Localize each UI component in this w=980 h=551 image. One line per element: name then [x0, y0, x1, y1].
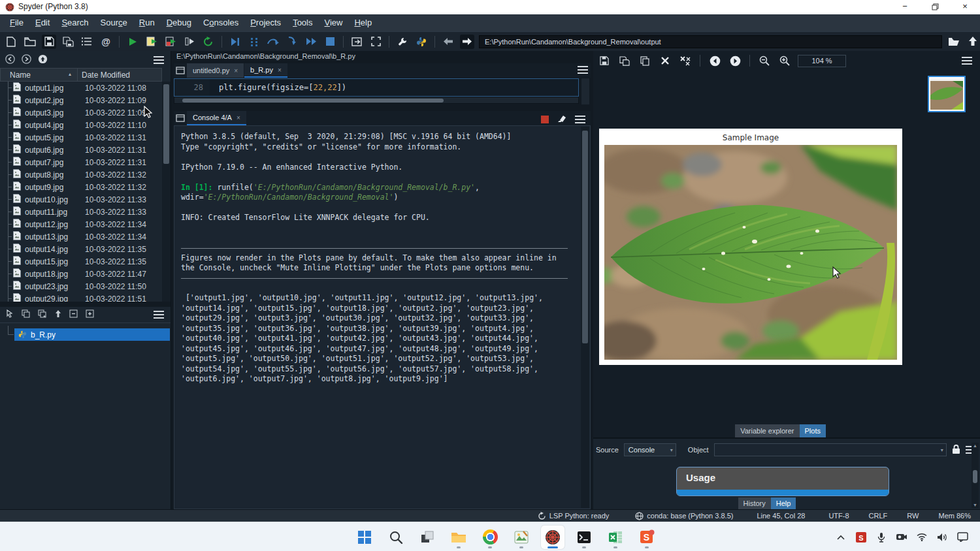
- maximize-pane-icon[interactable]: [350, 35, 364, 49]
- file-row[interactable]: output2.jpg 10-03-2022 11:09: [0, 94, 162, 106]
- browse-tabs-icon[interactable]: [174, 63, 187, 78]
- step-over-icon[interactable]: [266, 35, 280, 49]
- debug-cell-icon[interactable]: [247, 35, 261, 49]
- clear-console-icon[interactable]: [557, 114, 567, 125]
- file-list-header[interactable]: Name ▴ Date Modified: [0, 68, 162, 82]
- menu-item[interactable]: Source: [95, 14, 133, 31]
- sublime-text-icon[interactable]: S: [635, 526, 659, 549]
- menu-item[interactable]: Tools: [287, 14, 318, 31]
- debug-file-icon[interactable]: [228, 35, 242, 49]
- forward-icon[interactable]: [460, 35, 474, 49]
- lock-icon[interactable]: [952, 445, 960, 456]
- help-scrollbar[interactable]: ▲ ▼: [972, 443, 979, 508]
- file-row[interactable]: output4.jpg 10-03-2022 11:10: [0, 119, 162, 131]
- microphone-icon[interactable]: [875, 531, 887, 543]
- parent-directory-icon[interactable]: [966, 35, 980, 49]
- file-list-scrollbar[interactable]: [162, 82, 171, 302]
- excel-icon[interactable]: [604, 526, 627, 549]
- previous-directory-icon[interactable]: [5, 54, 15, 67]
- object-input[interactable]: ▾: [714, 443, 947, 456]
- create-cell-icon[interactable]: [80, 35, 94, 49]
- file-row[interactable]: output15.jpg 10-03-2022 11:35: [0, 255, 162, 268]
- explorer-options-icon[interactable]: [154, 56, 164, 64]
- file-row[interactable]: output9.jpg 10-03-2022 11:32: [0, 181, 162, 193]
- code-editor[interactable]: 28 plt.figure(figsize=[22,22]): [174, 78, 579, 97]
- menu-item[interactable]: Consoles: [197, 14, 244, 31]
- tab-help[interactable]: Help: [771, 497, 796, 509]
- file-row[interactable]: output11.jpg 10-03-2022 11:33: [0, 206, 162, 218]
- file-row[interactable]: output5.jpg 10-03-2022 11:31: [0, 131, 162, 144]
- save-plot-icon[interactable]: [597, 54, 612, 68]
- menu-item[interactable]: File: [4, 14, 29, 31]
- ipython-console[interactable]: Python 3.8.5 (default, Sep 3 2020, 21:29…: [174, 125, 591, 509]
- file-row[interactable]: output1.jpg 10-03-2022 11:08: [0, 82, 162, 94]
- console-options-icon[interactable]: [575, 116, 585, 123]
- save-all-icon[interactable]: [61, 35, 75, 49]
- camera-icon[interactable]: [896, 531, 907, 543]
- file-row[interactable]: output10.jpg 10-03-2022 11:33: [0, 193, 162, 206]
- chat-icon[interactable]: [956, 531, 968, 543]
- restore-button[interactable]: [920, 0, 950, 14]
- terminal-icon[interactable]: [572, 526, 596, 549]
- save-all-plots-icon[interactable]: [617, 54, 632, 68]
- menu-item[interactable]: Projects: [244, 14, 287, 31]
- back-icon[interactable]: [441, 35, 455, 49]
- remove-all-plots-icon[interactable]: [678, 54, 693, 68]
- copy-path-icon[interactable]: [38, 309, 47, 321]
- file-explorer-icon[interactable]: [447, 526, 470, 549]
- menu-item[interactable]: Run: [133, 14, 161, 31]
- image-editor-icon[interactable]: [510, 526, 533, 549]
- expand-all-icon[interactable]: [86, 309, 94, 321]
- outline-options-icon[interactable]: [154, 311, 164, 319]
- editor-horizontal-scrollbar[interactable]: [174, 97, 579, 104]
- fullscreen-icon[interactable]: [368, 35, 383, 49]
- file-row[interactable]: output12.jpg 10-03-2022 11:34: [0, 218, 162, 230]
- tab-b-r-py[interactable]: b_R.py ×: [244, 63, 287, 78]
- sublime-badge-icon[interactable]: S: [855, 531, 867, 543]
- file-row[interactable]: output23.jpg 10-03-2022 11:50: [0, 280, 162, 292]
- zoom-in-icon[interactable]: [777, 54, 792, 68]
- preferences-icon[interactable]: [395, 35, 410, 49]
- python-path-icon[interactable]: [414, 35, 429, 49]
- re-run-icon[interactable]: [201, 35, 216, 49]
- copy-image-icon[interactable]: [638, 54, 652, 68]
- stop-debug-icon[interactable]: [323, 35, 337, 49]
- menu-item[interactable]: Edit: [29, 14, 56, 31]
- file-row[interactable]: output7.jpg 10-03-2022 11:31: [0, 156, 162, 168]
- close-button[interactable]: ×: [950, 0, 980, 14]
- search-icon[interactable]: [384, 526, 408, 549]
- step-into-icon[interactable]: [285, 35, 299, 49]
- open-directory-icon[interactable]: [947, 35, 961, 49]
- remove-plot-icon[interactable]: [658, 54, 672, 68]
- run-config-icon[interactable]: @: [99, 35, 113, 49]
- tab-variable-explorer[interactable]: Variable explorer: [735, 424, 799, 437]
- chrome-icon[interactable]: [478, 526, 502, 549]
- task-view-icon[interactable]: [416, 526, 439, 549]
- previous-plot-icon[interactable]: [708, 54, 722, 68]
- menu-item[interactable]: Help: [348, 14, 378, 31]
- next-plot-icon[interactable]: [728, 54, 742, 68]
- tab-plots[interactable]: Plots: [800, 424, 826, 437]
- tab-console-4a[interactable]: Console 4/A ×: [187, 111, 246, 125]
- column-name[interactable]: Name: [10, 71, 31, 80]
- copy-icon[interactable]: [22, 309, 30, 321]
- zoom-out-icon[interactable]: [757, 54, 772, 68]
- interrupt-kernel-icon[interactable]: [541, 116, 549, 123]
- editor-options-icon[interactable]: [578, 66, 588, 74]
- menu-item[interactable]: Debug: [161, 14, 197, 31]
- continue-icon[interactable]: [304, 35, 318, 49]
- run-selection-icon[interactable]: [182, 35, 197, 49]
- file-row[interactable]: output14.jpg 10-03-2022 11:35: [0, 243, 162, 255]
- tab-history[interactable]: History: [738, 497, 771, 509]
- next-directory-icon[interactable]: [22, 54, 31, 67]
- run-icon[interactable]: [125, 35, 140, 49]
- file-row[interactable]: output18.jpg 10-03-2022 11:47: [0, 268, 162, 280]
- zoom-level[interactable]: 104 %: [798, 55, 846, 67]
- file-row[interactable]: output6.jpg 10-03-2022 11:31: [0, 144, 162, 156]
- file-row[interactable]: output29.jpg 10-03-2022 11:51: [0, 292, 162, 302]
- close-tab-icon[interactable]: ×: [237, 114, 240, 121]
- interpreter-status[interactable]: conda: base (Python 3.8.5): [635, 512, 733, 520]
- spyder-icon[interactable]: [541, 526, 564, 549]
- start-button[interactable]: [353, 526, 376, 549]
- source-select[interactable]: Console▾: [624, 443, 676, 456]
